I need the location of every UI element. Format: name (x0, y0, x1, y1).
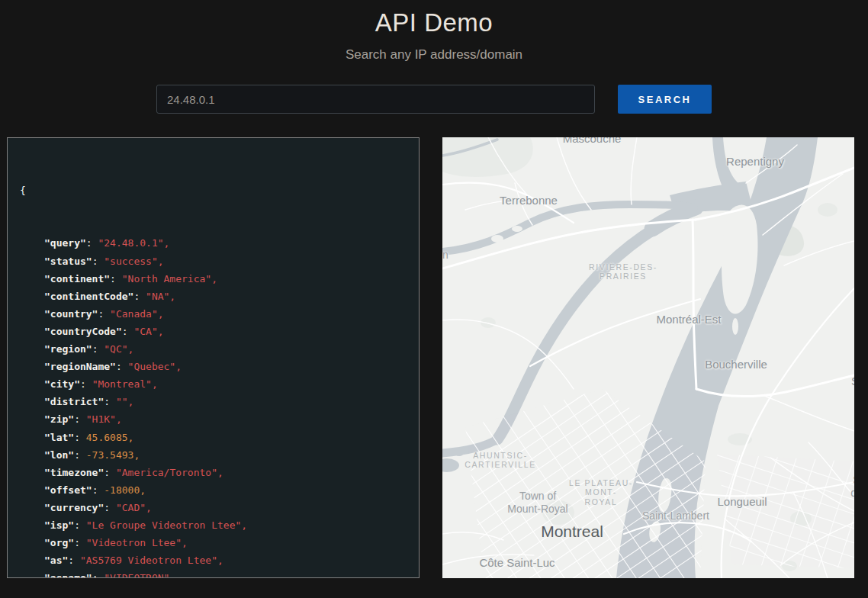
map-label: AHUNTSIC-CARTIERVILLE (465, 451, 536, 470)
json-line-isp: "isp": "Le Groupe Videotron Ltee", (20, 516, 413, 534)
map-label: Côte Saint-Luc (479, 556, 555, 570)
json-line-continent: "continent": "North America", (20, 270, 413, 288)
json-line-currency: "currency": "CAD", (20, 499, 413, 516)
map-panel[interactable]: MascoucheRepentignyTerrebonneonRIVIÈRE-D… (442, 137, 854, 578)
page-title: API Demo (0, 8, 868, 37)
map-label: RIVIÈRE-DES-PRAIRIES (589, 262, 657, 281)
json-line-offset: "offset": -18000, (20, 481, 413, 499)
json-line-country: "country": "Canada", (20, 305, 413, 323)
json-line-lat: "lat": 45.6085, (20, 429, 413, 446)
map-label: Town ofMount-Royal (507, 490, 567, 515)
json-line-zip: "zip": "H1K", (20, 410, 413, 428)
map-label: Montreal (541, 522, 603, 542)
map-label: on (442, 249, 448, 262)
json-line-countryCode: "countryCode": "CA", (20, 323, 413, 340)
map-label: Longueuil (717, 495, 767, 509)
map-label: Boucherville (705, 358, 767, 371)
search-button[interactable]: SEARCH (618, 85, 712, 114)
json-line-as: "as": "AS5769 Videotron Ltee", (20, 551, 413, 569)
json-entries: "query": "24.48.0.1","status": "success"… (20, 234, 413, 578)
map-label: Sde (850, 474, 854, 499)
json-line-continentCode: "continentCode": "NA", (20, 288, 413, 305)
map-label: Mascouche (563, 137, 622, 146)
map-label: Saint-Lambert (642, 510, 709, 522)
map-label: Terrebonne (500, 194, 558, 207)
json-line-lon: "lon": -73.5493, (20, 446, 413, 464)
results-area: { "query": "24.48.0.1","status": "succes… (0, 137, 868, 578)
map-label: S (851, 375, 854, 388)
json-line-org: "org": "Videotron Ltee", (20, 534, 413, 551)
map-label: LE PLATEAU-MONT-ROYAL (569, 478, 633, 506)
json-line-regionName: "regionName": "Quebec", (20, 358, 413, 375)
map-label: Montréal-Est (656, 313, 721, 326)
json-line-status: "status": "success", (20, 252, 413, 270)
map-label: Repentigny (726, 155, 784, 169)
json-line-district: "district": "", (20, 393, 413, 410)
json-line-city: "city": "Montreal", (20, 375, 413, 393)
json-line-asname: "asname": "VIDEOTRON", (20, 569, 413, 578)
json-line-region: "region": "QC", (20, 340, 413, 358)
page-header: API Demo Search any IP address/domain (0, 0, 868, 63)
json-line-timezone: "timezone": "America/Toronto", (20, 464, 413, 481)
search-input[interactable] (156, 85, 595, 114)
page-subtitle: Search any IP address/domain (0, 47, 868, 63)
search-bar: SEARCH (0, 85, 868, 114)
json-line-query: "query": "24.48.0.1", (20, 234, 413, 252)
json-response-panel: { "query": "24.48.0.1","status": "succes… (7, 137, 420, 578)
json-open-brace: { (20, 182, 413, 199)
